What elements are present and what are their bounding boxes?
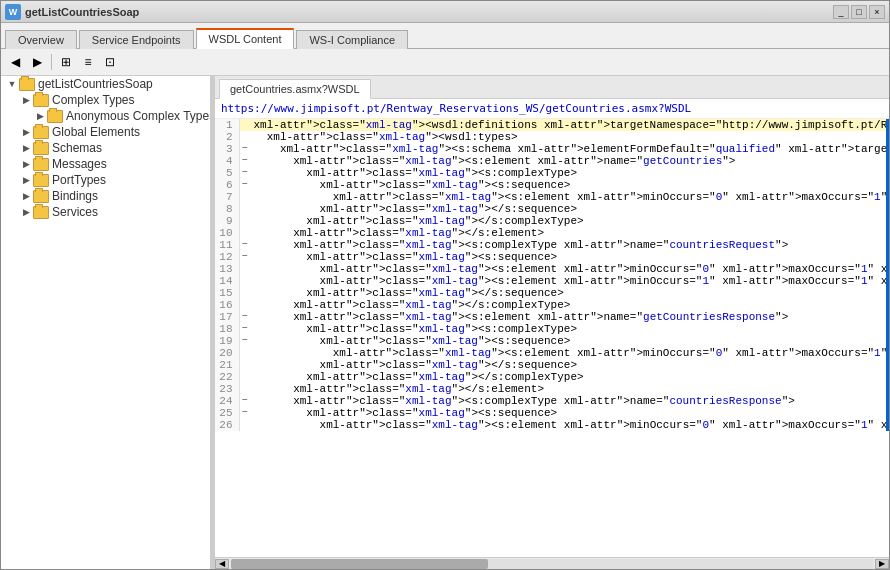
line-expand-icon[interactable]: −: [239, 323, 250, 335]
code-row[interactable]: 19− xml-attr">class="xml-tag"><s:sequenc…: [215, 335, 889, 347]
code-row[interactable]: 18− xml-attr">class="xml-tag"><s:complex…: [215, 323, 889, 335]
code-row[interactable]: 1xml-attr">class="xml-tag"><wsdl:definit…: [215, 119, 889, 131]
maximize-button[interactable]: □: [851, 5, 867, 19]
code-row[interactable]: 21 xml-attr">class="xml-tag"></s:sequenc…: [215, 359, 889, 371]
root-expand-icon[interactable]: ▼: [5, 77, 19, 91]
line-number: 14: [215, 275, 239, 287]
messages-expand-icon[interactable]: ▶: [19, 157, 33, 171]
tab-wsi-compliance[interactable]: WS-I Compliance: [296, 30, 408, 49]
line-expand-icon[interactable]: −: [239, 239, 250, 251]
line-expand-icon: [239, 131, 250, 143]
tree-item-services[interactable]: ▶ Services: [1, 204, 210, 220]
code-row[interactable]: 6− xml-attr">class="xml-tag"><s:sequence…: [215, 179, 889, 191]
minimize-button[interactable]: _: [833, 5, 849, 19]
grid-button[interactable]: ⊞: [56, 52, 76, 72]
url-bar: https://www.jimpisoft.pt/Rentway_Reserva…: [215, 99, 889, 119]
list-button[interactable]: ≡: [78, 52, 98, 72]
code-row[interactable]: 12− xml-attr">class="xml-tag"><s:sequenc…: [215, 251, 889, 263]
code-row[interactable]: 23 xml-attr">class="xml-tag"></s:element…: [215, 383, 889, 395]
anon-folder-icon: [47, 110, 63, 123]
tree-item-global-elements[interactable]: ▶ Global Elements: [1, 124, 210, 140]
line-expand-icon[interactable]: −: [239, 335, 250, 347]
tab-service-endpoints[interactable]: Service Endpoints: [79, 30, 194, 49]
tree-item-schemas[interactable]: ▶ Schemas: [1, 140, 210, 156]
code-row[interactable]: 16 xml-attr">class="xml-tag"></s:complex…: [215, 299, 889, 311]
complex-types-expand-icon[interactable]: ▶: [19, 93, 33, 107]
line-expand-icon[interactable]: −: [239, 167, 250, 179]
code-row[interactable]: 24− xml-attr">class="xml-tag"><s:complex…: [215, 395, 889, 407]
code-row[interactable]: 10 xml-attr">class="xml-tag"></s:element…: [215, 227, 889, 239]
line-number: 23: [215, 383, 239, 395]
code-row[interactable]: 11− xml-attr">class="xml-tag"><s:complex…: [215, 239, 889, 251]
services-label: Services: [52, 205, 98, 219]
scrollbar-thumb[interactable]: [231, 559, 488, 569]
line-code: xml-attr">class="xml-tag"><s:complexType…: [250, 323, 889, 335]
line-number: 19: [215, 335, 239, 347]
tree-item-messages[interactable]: ▶ Messages: [1, 156, 210, 172]
anon-expand-icon[interactable]: ▶: [33, 109, 47, 123]
back-button[interactable]: ◀: [5, 52, 25, 72]
line-expand-icon[interactable]: −: [239, 143, 250, 155]
code-row[interactable]: 25− xml-attr">class="xml-tag"><s:sequenc…: [215, 407, 889, 419]
porttypes-folder-icon: [33, 174, 49, 187]
code-row[interactable]: 15 xml-attr">class="xml-tag"></s:sequenc…: [215, 287, 889, 299]
line-expand-icon[interactable]: −: [239, 311, 250, 323]
code-row[interactable]: 4− xml-attr">class="xml-tag"><s:element …: [215, 155, 889, 167]
code-area[interactable]: 1xml-attr">class="xml-tag"><wsdl:definit…: [215, 119, 889, 557]
code-row[interactable]: 17− xml-attr">class="xml-tag"><s:element…: [215, 311, 889, 323]
line-expand-icon[interactable]: −: [239, 179, 250, 191]
code-row[interactable]: 8 xml-attr">class="xml-tag"></s:sequence…: [215, 203, 889, 215]
code-table: 1xml-attr">class="xml-tag"><wsdl:definit…: [215, 119, 889, 431]
schemas-expand-icon[interactable]: ▶: [19, 141, 33, 155]
forward-button[interactable]: ▶: [27, 52, 47, 72]
root-folder-icon: [19, 78, 35, 91]
line-number: 8: [215, 203, 239, 215]
line-expand-icon: [239, 215, 250, 227]
line-code: xml-attr">class="xml-tag"><s:element xml…: [250, 419, 889, 431]
tree-item-porttypes[interactable]: ▶ PortTypes: [1, 172, 210, 188]
line-number: 17: [215, 311, 239, 323]
scroll-right-button[interactable]: ▶: [875, 559, 889, 569]
line-expand-icon[interactable]: −: [239, 251, 250, 263]
line-expand-icon: [239, 191, 250, 203]
code-row[interactable]: 26 xml-attr">class="xml-tag"><s:element …: [215, 419, 889, 431]
bindings-expand-icon[interactable]: ▶: [19, 189, 33, 203]
line-number: 1: [215, 119, 239, 131]
line-code: xml-attr">class="xml-tag"><s:sequence>: [250, 407, 889, 419]
line-expand-icon[interactable]: −: [239, 155, 250, 167]
line-code: xml-attr">class="xml-tag"><s:complexType…: [250, 239, 889, 251]
line-code: xml-attr">class="xml-tag"></s:complexTyp…: [250, 299, 889, 311]
title-bar: W getListCountriesSoap _ □ ×: [1, 1, 889, 23]
line-number: 4: [215, 155, 239, 167]
code-row[interactable]: 22 xml-attr">class="xml-tag"></s:complex…: [215, 371, 889, 383]
tabs-bar: Overview Service Endpoints WSDL Content …: [1, 23, 889, 49]
tab-overview[interactable]: Overview: [5, 30, 77, 49]
tree-item-anon-complex[interactable]: ▶ Anonymous Complex Types: [1, 108, 210, 124]
doc-tab-wsdl[interactable]: getCountries.asmx?WSDL: [219, 79, 371, 99]
tree-item-bindings[interactable]: ▶ Bindings: [1, 188, 210, 204]
tab-wsdl-content[interactable]: WSDL Content: [196, 28, 295, 49]
tree-item-complex-types[interactable]: ▶ Complex Types: [1, 92, 210, 108]
services-expand-icon[interactable]: ▶: [19, 205, 33, 219]
code-row[interactable]: 3− xml-attr">class="xml-tag"><s:schema x…: [215, 143, 889, 155]
export-button[interactable]: ⊡: [100, 52, 120, 72]
scrollbar-track[interactable]: [231, 559, 873, 569]
code-row[interactable]: 5− xml-attr">class="xml-tag"><s:complexT…: [215, 167, 889, 179]
code-row[interactable]: 7 xml-attr">class="xml-tag"><s:element x…: [215, 191, 889, 203]
code-row[interactable]: 20 xml-attr">class="xml-tag"><s:element …: [215, 347, 889, 359]
line-expand-icon[interactable]: −: [239, 395, 250, 407]
code-row[interactable]: 9 xml-attr">class="xml-tag"></s:complexT…: [215, 215, 889, 227]
close-button[interactable]: ×: [869, 5, 885, 19]
code-row[interactable]: 13 xml-attr">class="xml-tag"><s:element …: [215, 263, 889, 275]
tree-root[interactable]: ▼ getListCountriesSoap: [1, 76, 210, 92]
line-code: xml-attr">class="xml-tag"><s:schema xml-…: [250, 143, 889, 155]
code-row[interactable]: 2 xml-attr">class="xml-tag"><wsdl:types>: [215, 131, 889, 143]
porttypes-label: PortTypes: [52, 173, 106, 187]
line-expand-icon[interactable]: −: [239, 407, 250, 419]
porttypes-expand-icon[interactable]: ▶: [19, 173, 33, 187]
line-code: xml-attr">class="xml-tag"><s:element xml…: [250, 155, 889, 167]
scroll-left-button[interactable]: ◀: [215, 559, 229, 569]
global-expand-icon[interactable]: ▶: [19, 125, 33, 139]
code-row[interactable]: 14 xml-attr">class="xml-tag"><s:element …: [215, 275, 889, 287]
horizontal-scrollbar[interactable]: ◀ ▶: [215, 557, 889, 569]
